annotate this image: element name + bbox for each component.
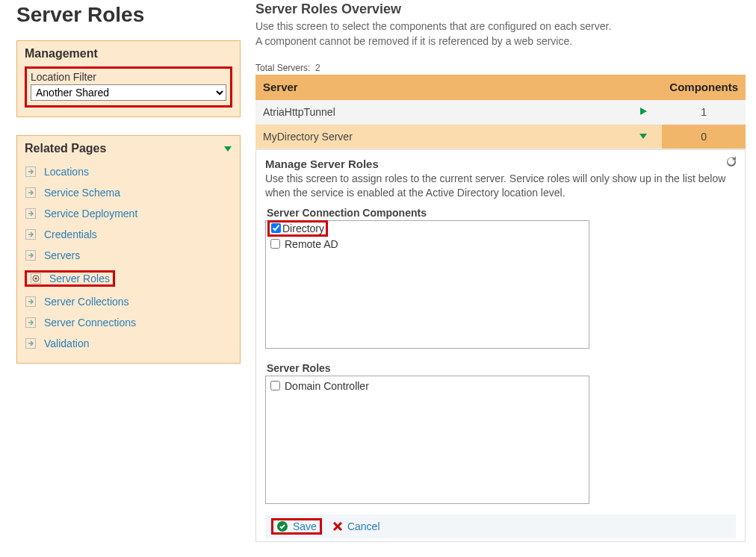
refresh-icon[interactable] (725, 156, 737, 170)
total-servers: Total Servers: 2 (255, 63, 746, 73)
location-filter-group: Location Filter Another Shared (25, 66, 232, 108)
location-filter-label: Location Filter (31, 71, 226, 83)
svg-marker-13 (639, 134, 647, 139)
nav-icon (25, 166, 37, 178)
nav-link[interactable]: Server Roles (49, 273, 110, 284)
roles-listbox: Domain Controller (265, 376, 589, 504)
sidebar-item-server-collections[interactable]: Server Collections (25, 291, 232, 312)
checkbox-label: Directory (282, 223, 324, 234)
collapse-icon[interactable] (223, 144, 232, 153)
nav-link[interactable]: Servers (44, 249, 80, 261)
manage-roles-desc: Use this screen to assign roles to the c… (265, 172, 736, 201)
overview-desc: Use this screen to select the components… (255, 19, 746, 49)
components-cell: 0 (662, 124, 746, 149)
nav-icon (25, 208, 37, 220)
checkbox-label: Remote AD (285, 238, 338, 250)
nav-link[interactable]: Service Schema (44, 187, 120, 199)
checkbox-row: Domain Controller (270, 379, 584, 393)
nav-link[interactable]: Server Connections (44, 317, 136, 329)
management-heading: Management (25, 47, 98, 60)
server-name-cell: MyDirectory Server (255, 124, 625, 149)
table-row[interactable]: AtriaHttpTunnel1 (255, 99, 746, 124)
nav-icon (25, 249, 37, 261)
nav-link[interactable]: Credentials (44, 228, 97, 240)
nav-link[interactable]: Server Collections (44, 296, 129, 308)
check-circle-icon (276, 520, 288, 532)
related-pages-panel: Related Pages LocationsService SchemaSer… (16, 135, 241, 364)
nav-link[interactable]: Validation (44, 337, 89, 349)
checkbox-domain-controller[interactable] (270, 381, 280, 390)
scc-label: Server Connection Components (267, 207, 736, 219)
cancel-button[interactable]: Cancel (332, 520, 380, 532)
checkbox-directory[interactable] (271, 223, 281, 233)
svg-marker-0 (224, 146, 232, 152)
col-components[interactable]: Components (662, 75, 746, 100)
location-filter-select[interactable]: Another Shared (31, 84, 226, 101)
nav-link[interactable]: Locations (44, 166, 89, 178)
management-panel: Management Location Filter Another Share… (16, 40, 241, 117)
checkbox-row: Directory (270, 224, 584, 237)
sidebar-item-service-deployment[interactable]: Service Deployment (25, 203, 232, 224)
sidebar-item-validation[interactable]: Validation (25, 333, 232, 354)
nav-icon (25, 317, 37, 329)
nav-link[interactable]: Service Deployment (44, 208, 137, 220)
table-row[interactable]: MyDirectory Server0 (255, 124, 746, 149)
components-cell: 1 (662, 99, 746, 124)
roles-label: Server Roles (267, 362, 736, 374)
manage-roles-panel: Manage Server Roles Use this screen to a… (255, 149, 746, 542)
related-pages-heading: Related Pages (25, 142, 106, 155)
nav-icon (30, 273, 42, 284)
nav-icon (25, 337, 37, 349)
checkbox-label: Domain Controller (285, 380, 369, 392)
nav-icon (25, 228, 37, 240)
sidebar-item-locations[interactable]: Locations (25, 161, 232, 182)
sidebar-item-service-schema[interactable]: Service Schema (25, 182, 232, 203)
svg-point-8 (34, 277, 37, 279)
checkbox-row: Remote AD (270, 237, 584, 251)
overview-heading: Server Roles Overview (255, 1, 746, 17)
sidebar-item-servers[interactable]: Servers (25, 245, 232, 266)
x-icon (332, 521, 343, 532)
sidebar-item-server-roles[interactable]: Server Roles (25, 266, 232, 291)
sidebar-item-server-connections[interactable]: Server Connections (25, 312, 232, 333)
page-title: Server Roles (16, 3, 241, 27)
manage-roles-heading: Manage Server Roles (265, 158, 736, 170)
status-icon[interactable] (625, 124, 662, 149)
scc-listbox: DirectoryRemote AD (265, 220, 589, 349)
status-icon[interactable] (625, 99, 662, 124)
nav-icon (25, 187, 37, 199)
save-button[interactable]: Save (276, 520, 317, 532)
server-name-cell: AtriaHttpTunnel (255, 99, 625, 124)
server-table: Server Components AtriaHttpTunnel1MyDire… (255, 75, 746, 149)
svg-marker-12 (640, 108, 647, 115)
nav-icon (25, 296, 37, 308)
sidebar-item-credentials[interactable]: Credentials (25, 224, 232, 245)
checkbox-remote-ad[interactable] (270, 239, 280, 249)
col-server[interactable]: Server (255, 75, 625, 100)
